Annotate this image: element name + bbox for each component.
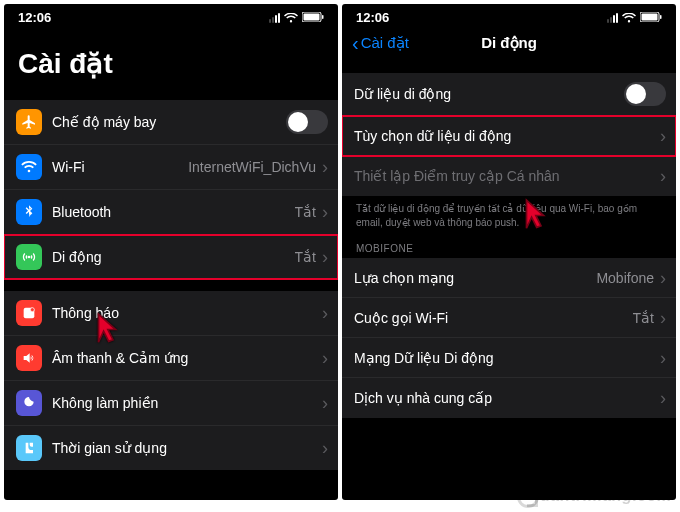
chevron-icon: ›	[660, 309, 666, 327]
dnd-icon	[16, 390, 42, 416]
section-footer: Tắt dữ liệu di động để truyền tất cả dữ …	[342, 196, 676, 229]
battery-icon	[640, 10, 662, 25]
watermark: uantrimang.com	[517, 486, 672, 508]
svg-rect-6	[642, 14, 658, 21]
sounds-icon	[16, 345, 42, 371]
cellular-label: Di động	[52, 249, 295, 265]
page-header: Cài đặt	[4, 29, 338, 88]
cellular-settings-screen: 12:06 ‹ Cài đặt Di động Dữ liệu di động	[342, 4, 676, 500]
cellular-data-toggle[interactable]	[624, 82, 666, 106]
row-cellular-data-network[interactable]: Mạng Dữ liệu Di động ›	[342, 338, 676, 378]
row-carrier-services[interactable]: Dịch vụ nhà cung cấp ›	[342, 378, 676, 418]
bluetooth-value: Tắt	[295, 204, 316, 220]
clock: 12:06	[356, 10, 389, 25]
screentime-label: Thời gian sử dụng	[52, 440, 322, 456]
airplane-icon	[16, 109, 42, 135]
chevron-icon: ›	[660, 389, 666, 407]
row-notifications[interactable]: Thông báo ›	[4, 291, 338, 336]
bluetooth-label: Bluetooth	[52, 204, 295, 220]
nav-bar: ‹ Cài đặt Di động	[342, 29, 676, 61]
settings-main-screen: 12:06 Cài đặt Chế độ máy bay Wi-Fi I	[4, 4, 338, 500]
status-bar: 12:06	[4, 4, 338, 29]
chevron-icon: ›	[322, 203, 328, 221]
wifi-settings-icon	[16, 154, 42, 180]
svg-rect-1	[304, 14, 320, 21]
wifi-value: InternetWiFi_DichVu	[188, 159, 316, 175]
chevron-icon: ›	[322, 304, 328, 322]
sounds-label: Âm thanh & Cảm ứng	[52, 350, 322, 366]
notifications-icon	[16, 300, 42, 326]
wifi-calling-value: Tắt	[633, 310, 654, 326]
clock: 12:06	[18, 10, 51, 25]
chevron-icon: ›	[660, 349, 666, 367]
row-airplane-mode[interactable]: Chế độ máy bay	[4, 100, 338, 145]
wifi-calling-label: Cuộc gọi Wi-Fi	[354, 310, 633, 326]
chevron-icon: ›	[322, 349, 328, 367]
carrier-services-label: Dịch vụ nhà cung cấp	[354, 390, 660, 406]
chevron-icon: ›	[322, 394, 328, 412]
cellular-data-options-label: Tùy chọn dữ liệu di động	[354, 128, 660, 144]
notifications-label: Thông báo	[52, 305, 322, 321]
wifi-icon	[622, 13, 636, 23]
hotspot-label: Thiết lập Điểm truy cập Cá nhân	[354, 168, 660, 184]
dnd-label: Không làm phiền	[52, 395, 322, 411]
chevron-icon: ›	[322, 439, 328, 457]
wifi-label: Wi-Fi	[52, 159, 188, 175]
chevron-icon: ›	[660, 167, 666, 185]
row-personal-hotspot[interactable]: Thiết lập Điểm truy cập Cá nhân ›	[342, 156, 676, 196]
row-wifi[interactable]: Wi-Fi InternetWiFi_DichVu ›	[4, 145, 338, 190]
svg-rect-2	[322, 15, 324, 19]
row-bluetooth[interactable]: Bluetooth Tắt ›	[4, 190, 338, 235]
signal-icon	[269, 13, 280, 23]
row-dnd[interactable]: Không làm phiền ›	[4, 381, 338, 426]
cellular-icon	[16, 244, 42, 270]
airplane-toggle[interactable]	[286, 110, 328, 134]
bluetooth-icon	[16, 199, 42, 225]
row-screentime[interactable]: Thời gian sử dụng ›	[4, 426, 338, 470]
svg-rect-7	[660, 15, 662, 19]
cellular-data-label: Dữ liệu di động	[354, 86, 624, 102]
cellular-value: Tắt	[295, 249, 316, 265]
network-selection-value: Mobifone	[596, 270, 654, 286]
chevron-icon: ›	[660, 269, 666, 287]
airplane-label: Chế độ máy bay	[52, 114, 286, 130]
screentime-icon	[16, 435, 42, 461]
signal-icon	[607, 13, 618, 23]
chevron-icon: ›	[660, 127, 666, 145]
cellular-network-label: Mạng Dữ liệu Di động	[354, 350, 660, 366]
network-selection-label: Lựa chọn mạng	[354, 270, 596, 286]
row-sounds[interactable]: Âm thanh & Cảm ứng ›	[4, 336, 338, 381]
status-bar: 12:06	[342, 4, 676, 29]
row-cellular-data-options[interactable]: Tùy chọn dữ liệu di động ›	[342, 116, 676, 156]
chevron-icon: ›	[322, 248, 328, 266]
section-header-carrier: MOBIFONE	[342, 229, 676, 258]
wifi-icon	[284, 13, 298, 23]
row-cellular[interactable]: Di động Tắt ›	[4, 235, 338, 279]
row-cellular-data[interactable]: Dữ liệu di động	[342, 73, 676, 116]
chevron-icon: ›	[322, 158, 328, 176]
row-network-selection[interactable]: Lựa chọn mạng Mobifone ›	[342, 258, 676, 298]
battery-icon	[302, 10, 324, 25]
page-title: Cài đặt	[18, 47, 324, 80]
row-wifi-calling[interactable]: Cuộc gọi Wi-Fi Tắt ›	[342, 298, 676, 338]
svg-point-4	[30, 308, 34, 312]
nav-title: Di động	[342, 34, 676, 52]
